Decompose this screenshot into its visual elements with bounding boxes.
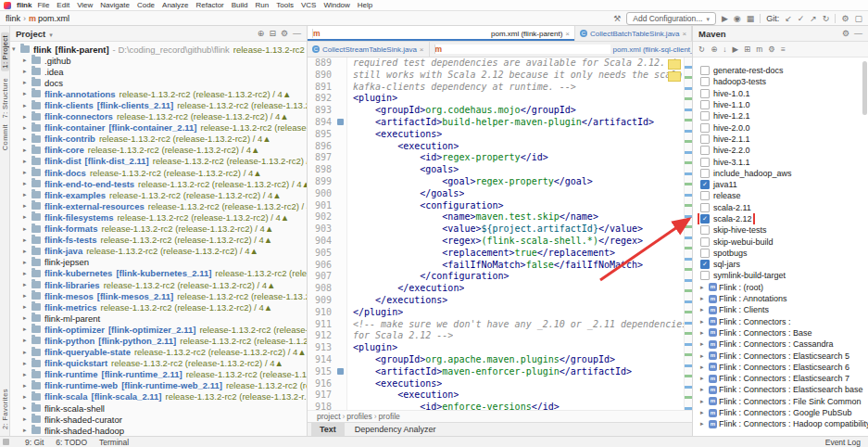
expand-arrow-icon[interactable]: ▸ <box>23 213 31 221</box>
maven-module-item[interactable]: ▸mFlink : Connectors : File Sink Common <box>693 396 868 407</box>
project-tree-item[interactable]: ▸flink-clients[flink-clients_2.11]releas… <box>10 99 307 110</box>
expand-arrow-icon[interactable]: ▸ <box>700 352 709 360</box>
expand-arrow-icon[interactable]: ▸ <box>23 90 31 97</box>
maven-module-item[interactable]: ▸mFlink : Connectors : Elasticsearch 7 <box>693 373 868 384</box>
project-tree-item[interactable]: ▸.github <box>10 55 307 66</box>
project-tree-item[interactable]: ▸flink-end-to-end-testsrelease-1.13.2-rc… <box>10 178 307 189</box>
project-tree-item[interactable]: ▸flink-fs-testsrelease-1.13.2-rc2 (relea… <box>10 235 307 246</box>
maven-module-item[interactable]: ▸mFlink : Connectors : Elasticsearch 5 <box>693 350 868 361</box>
menu-build[interactable]: Build <box>232 1 248 9</box>
hide-panel-icon[interactable]: — <box>854 29 862 38</box>
close-tab-icon[interactable]: × <box>420 45 424 54</box>
tool-window-button-structure[interactable]: 7: Structure <box>1 78 9 119</box>
menu-navigate[interactable]: Navigate <box>100 1 130 9</box>
project-tree-item[interactable]: ▸flink-javarelease-1.13.2-rc2 (release-1… <box>10 246 307 257</box>
profile-checkbox[interactable] <box>700 203 710 212</box>
maven-module-item[interactable]: ▸mFlink : Connectors : <box>693 316 868 327</box>
project-tree-item[interactable]: ▸flink-ml-parent <box>10 313 307 324</box>
generate-sources-icon[interactable]: ⊕ <box>711 45 717 54</box>
profile-checkbox[interactable] <box>700 237 710 247</box>
expand-arrow-icon[interactable]: ▸ <box>23 270 31 277</box>
close-tab-icon[interactable]: × <box>565 30 570 38</box>
git-history-icon[interactable]: ↻ <box>823 14 830 23</box>
project-tree-item[interactable]: ▸flink-metricsrelease-1.13.2-rc2 (releas… <box>10 301 307 313</box>
editor-tab[interactable]: mpom.xml (flink-sql-client_2.12)× <box>430 42 693 57</box>
menu-vcs[interactable]: VCS <box>301 1 316 9</box>
maven-scrollbar[interactable] <box>862 61 867 115</box>
maven-module-item[interactable]: ▸mFlink : Clients <box>693 304 868 315</box>
expand-arrow-icon[interactable]: ▸ <box>700 295 709 302</box>
project-tree-item[interactable]: ▾flink[flink-parent]- D:\coding_record\g… <box>10 44 307 55</box>
execute-goal-icon[interactable]: m <box>756 45 762 54</box>
project-tree-item[interactable]: ▸flink-kubernetes[flink-kubernetes_2.11]… <box>10 268 307 279</box>
menu-help[interactable]: Help <box>358 1 372 9</box>
profile-checkbox[interactable] <box>700 77 710 86</box>
project-tree-item[interactable]: ▸.idea <box>10 66 307 77</box>
editor-tab[interactable]: mpom.xml (flink-parent)× <box>308 26 575 41</box>
maven-module-item[interactable]: ▸mFlink : Connectors : Base <box>693 327 868 338</box>
gutter-plugin-icon[interactable] <box>335 117 347 129</box>
project-tree-item[interactable]: ▸flink-shaded-hadoop <box>10 425 307 436</box>
expand-arrow-icon[interactable]: ▸ <box>23 169 31 176</box>
expand-arrow-icon[interactable]: ▸ <box>23 382 31 390</box>
reimport-icon[interactable]: ↻ <box>698 45 705 54</box>
git-push-icon[interactable]: ↗ <box>810 14 817 23</box>
expand-all-icon[interactable]: ⊞ <box>744 45 750 54</box>
project-tree-item[interactable]: ▸flink-container[flink-container_2.11]re… <box>10 122 307 134</box>
expand-arrow-icon[interactable]: ▸ <box>23 360 31 367</box>
maven-module-item[interactable]: ▸mFlink : Connectors : Hadoop compatibil… <box>693 418 868 429</box>
debug-icon[interactable]: ◉ <box>734 14 741 23</box>
expand-arrow-icon[interactable]: ▸ <box>23 337 31 344</box>
status-git[interactable]: 9: Git <box>25 438 44 447</box>
expand-arrow-icon[interactable]: ▸ <box>23 427 31 434</box>
maven-profile-item[interactable]: include_hadoop_aws <box>693 168 868 179</box>
project-tree-item[interactable]: ▸flink-optimizer[flink-optimizer_2.11]re… <box>10 324 307 335</box>
maven-profile-item[interactable]: ✓sql-jars <box>693 259 868 270</box>
maven-profile-item[interactable]: hive-2.2.0 <box>693 145 868 156</box>
breadcrumb-profile[interactable]: profile <box>379 412 400 421</box>
editor-tab[interactable]: CCollectBatchTableSink.java× <box>575 26 692 41</box>
menu-code[interactable]: Code <box>137 1 155 9</box>
expand-arrow-icon[interactable]: ▸ <box>23 135 31 143</box>
expand-arrow-icon[interactable]: ▸ <box>23 248 31 255</box>
project-tree-item[interactable]: ▸flink-scala-shell <box>10 402 307 414</box>
project-tree-item[interactable]: ▸flink-docsrelease-1.13.2-rc2 (release-1… <box>10 167 307 178</box>
editor-tab[interactable]: CCollectStreamTableSink.java× <box>308 42 430 57</box>
expand-arrow-icon[interactable]: ▸ <box>23 68 31 75</box>
expand-arrow-icon[interactable]: ▸ <box>700 375 709 382</box>
maven-profile-item[interactable]: ✓java11 <box>693 179 868 190</box>
expand-arrow-icon[interactable]: ▸ <box>23 202 31 210</box>
profile-checkbox[interactable] <box>700 123 710 133</box>
project-tree-item[interactable]: ▸flink-quickstartrelease-1.13.2-rc2 (rel… <box>10 358 307 369</box>
expand-arrow-icon[interactable]: ▸ <box>23 292 31 300</box>
expand-arrow-icon[interactable]: ▸ <box>700 409 709 416</box>
project-tree-item[interactable]: ▸flink-runtime-web[flink-runtime-web_2.1… <box>10 380 307 391</box>
add-configuration-button[interactable]: Add Configuration... <box>626 12 716 25</box>
run-maven-goal-icon[interactable]: ▶ <box>733 45 739 54</box>
profile-checkbox[interactable] <box>700 249 710 258</box>
filter-profiles-icon[interactable]: ≡ <box>781 45 786 54</box>
expand-arrow-icon[interactable]: ▸ <box>23 393 31 401</box>
expand-arrow-icon[interactable]: ▸ <box>700 284 709 291</box>
maven-profile-item[interactable]: hive-1.2.1 <box>693 110 868 121</box>
settings-icon[interactable]: ⚙ <box>281 29 288 38</box>
status-event-log[interactable]: Event Log <box>825 438 861 447</box>
expand-arrow-icon[interactable]: ▸ <box>23 259 31 266</box>
profile-checkbox[interactable] <box>700 169 710 178</box>
expand-arrow-icon[interactable]: ▸ <box>23 147 31 154</box>
project-tree-item[interactable]: ▸flink-examplesrelease-1.13.2-rc2 (relea… <box>10 189 307 200</box>
restore-window-icon[interactable]: ▢ <box>854 14 862 23</box>
project-tree-item[interactable]: ▸flink-scala[flink-scala_2.11]release-1.… <box>10 391 307 402</box>
expand-arrow-icon[interactable]: ▸ <box>23 79 31 86</box>
status-todo[interactable]: 6: TODO <box>56 438 87 447</box>
profile-checkbox[interactable]: ✓ <box>700 180 710 189</box>
maven-profile-item[interactable]: hadoop3-tests <box>693 76 868 87</box>
maven-module-item[interactable]: ▸mFlink : (root) <box>693 282 868 293</box>
expand-arrow-icon[interactable]: ▸ <box>23 281 31 288</box>
profiler-icon[interactable]: ▦ <box>747 14 755 23</box>
git-commit-icon[interactable]: ✓ <box>798 14 805 23</box>
status-terminal[interactable]: Terminal <box>99 438 129 447</box>
project-tree-item[interactable]: ▸flink-librariesrelease-1.13.2-rc2 (rele… <box>10 279 307 290</box>
maven-module-item[interactable]: ▸mFlink : Connectors : Google PubSub <box>693 407 868 418</box>
profile-checkbox[interactable] <box>700 191 710 200</box>
